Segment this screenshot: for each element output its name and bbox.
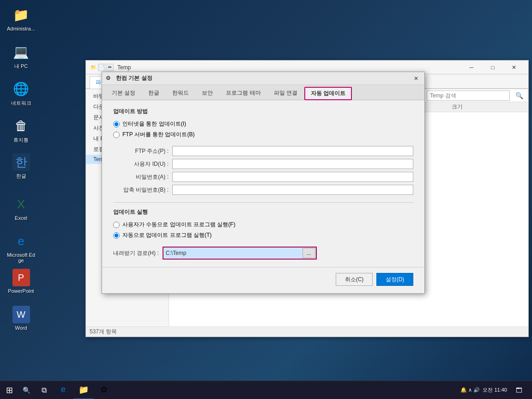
- tab-program-theme[interactable]: 프로그램 테마: [220, 87, 266, 100]
- confirm-password-label: 압축 비밀번호(B) :: [113, 186, 169, 194]
- desktop: 📁 Administra... 💻 내 PC 🌐 네트워크 🗑 휴지통 한 한글…: [0, 0, 532, 399]
- ftp-address-input[interactable]: [172, 146, 413, 156]
- tray-icons: 🔔 ∧ 🔊: [460, 387, 480, 393]
- col-size: 크기: [448, 103, 494, 111]
- password-label: 비밀번호(A) :: [113, 173, 169, 181]
- radio-manual-label[interactable]: 사용자가 수동으로 업데이트 프로그램 실행(F): [113, 221, 413, 229]
- time-display: 오전 11:40: [483, 387, 507, 393]
- browse-button[interactable]: ...: [302, 248, 315, 258]
- confirm-button[interactable]: 설정(D): [376, 273, 413, 286]
- tab-auto-update[interactable]: 자동 업데이트: [304, 87, 352, 100]
- dialog-title: 한컴 기본 설정: [116, 74, 411, 82]
- titlebar-icons: 📁 📄 ✏: [90, 64, 114, 71]
- radio-internet[interactable]: [113, 121, 120, 127]
- update-method-group: 인터넷을 통한 업데이트(I) FTP 서버를 통한 업데이트(B): [113, 120, 413, 139]
- password-input[interactable]: [172, 172, 413, 182]
- radio-internet-label[interactable]: 인터넷을 통한 업데이트(I): [113, 120, 413, 128]
- close-button[interactable]: ✕: [503, 60, 525, 74]
- recycle-icon: 🗑: [12, 116, 30, 135]
- radio-manual[interactable]: [113, 222, 120, 228]
- taskbar-search-button[interactable]: 🔍: [18, 381, 35, 399]
- window-controls: ─ □ ✕: [461, 60, 525, 74]
- confirm-password-input[interactable]: [172, 185, 413, 195]
- mypc-icon: 💻: [12, 42, 30, 61]
- status-text: 537개 항목: [90, 328, 117, 336]
- taskbar-app-edge[interactable]: e: [53, 381, 73, 399]
- task-view-icon: ⧉: [42, 386, 47, 394]
- radio-auto[interactable]: [113, 232, 120, 239]
- download-path-row: 내려받기 경로(H) : ...: [113, 247, 413, 260]
- search-icon: 🔍: [23, 387, 30, 394]
- mypc-label: 내 PC: [14, 63, 28, 70]
- taskbar-app-explorer[interactable]: 📁: [73, 381, 94, 399]
- desktop-icon-network[interactable]: 🌐 네트워크: [4, 78, 38, 109]
- tab-hangul[interactable]: 한글: [142, 87, 165, 100]
- radio-ftp[interactable]: [113, 132, 120, 138]
- administrator-icon: 📁: [12, 6, 30, 24]
- user-id-input[interactable]: [172, 159, 413, 169]
- desktop-icon-excel[interactable]: X Excel: [4, 193, 38, 223]
- powerpoint-icon: P: [12, 269, 30, 286]
- download-path-label: 내려받기 경로(H) :: [113, 249, 159, 257]
- dialog-icon: ⚙: [106, 75, 113, 82]
- taskbar-tray: 🔔 ∧ 🔊 오전 11:40 🗔: [457, 381, 532, 399]
- dialog-buttons: 취소(C) 설정(D): [102, 267, 424, 293]
- excel-icon: X: [12, 195, 30, 213]
- desktop-icon-powerpoint[interactable]: P PowerPoint: [4, 267, 38, 296]
- desktop-icon-recycle[interactable]: 🗑 휴지통: [4, 115, 38, 145]
- search-input[interactable]: [427, 91, 510, 101]
- section-update-method: 업데이트 방법: [113, 108, 413, 115]
- desktop-icon-hancom[interactable]: 한 한글: [4, 151, 38, 181]
- desktop-icon-administrator[interactable]: 📁 Administra...: [4, 4, 38, 33]
- minimize-button[interactable]: ─: [461, 60, 482, 74]
- user-id-label: 사용자 ID(U) :: [113, 160, 169, 168]
- section-update-run: 업데이트 실행: [113, 208, 413, 216]
- powerpoint-label: PowerPoint: [8, 288, 34, 294]
- radio-internet-text: 인터넷을 통한 업데이트(I): [122, 120, 186, 128]
- task-view-button[interactable]: ⧉: [35, 381, 53, 399]
- settings-taskbar-icon: ⚙: [100, 385, 108, 395]
- tab-hword[interactable]: 한워드: [166, 87, 195, 100]
- start-button[interactable]: ⊞: [0, 381, 18, 399]
- update-run-group: 사용자가 수동으로 업데이트 프로그램 실행(F) 자동으로 업데이트 프로그램…: [113, 221, 413, 239]
- hancom-dialog: ⚙ 한컴 기본 설정 ✕ 기본 설정 한글 한워드 보안 프로그램 테마 파일 …: [102, 72, 425, 294]
- radio-auto-label[interactable]: 자동으로 업데이트 프로그램 실행(T): [113, 231, 413, 239]
- word-label: Word: [15, 325, 27, 331]
- maximize-button[interactable]: □: [482, 60, 503, 74]
- desktop-icon-edge[interactable]: e Microsoft Edge: [4, 230, 38, 265]
- desktop-icon-mypc[interactable]: 💻 내 PC: [4, 41, 38, 72]
- ftp-address-label: FTP 주소(P) :: [113, 147, 169, 155]
- taskbar-clock[interactable]: 오전 11:40: [483, 387, 507, 393]
- taskbar-apps: e 📁 ⚙: [53, 381, 457, 399]
- administrator-label: Administra...: [7, 26, 35, 31]
- ftp-form: FTP 주소(P) : 사용자 ID(U) : 비밀번호(A) : 압축 비밀번…: [113, 146, 413, 195]
- status-bar: 537개 항목: [86, 326, 528, 337]
- start-icon: ⊞: [6, 385, 13, 395]
- tab-file-connect[interactable]: 파일 연결: [268, 87, 303, 100]
- network-icon: 🌐: [12, 79, 30, 98]
- cancel-button[interactable]: 취소(C): [336, 273, 373, 286]
- excel-label: Excel: [15, 215, 27, 221]
- desktop-icon-word[interactable]: W Word: [4, 304, 38, 332]
- dialog-content: 업데이트 방법 인터넷을 통한 업데이트(I) FTP 서버를 통한 업데이트(…: [102, 100, 424, 267]
- tab-basic-settings[interactable]: 기본 설정: [106, 87, 141, 100]
- taskbar-app-settings[interactable]: ⚙: [94, 381, 114, 399]
- titlebar-icon-folder: 📁: [90, 64, 97, 71]
- hancom-label: 한글: [16, 173, 26, 180]
- notification-icon: 🗔: [516, 387, 522, 394]
- notification-button[interactable]: 🗔: [510, 381, 528, 399]
- radio-ftp-label[interactable]: FTP 서버를 통한 업데이트(B): [113, 131, 413, 139]
- titlebar-icon-rename[interactable]: ✏: [106, 64, 114, 71]
- hancom-icon: 한: [12, 153, 30, 171]
- titlebar-icon-new[interactable]: 📄: [98, 64, 105, 71]
- download-path-container: ...: [163, 247, 317, 260]
- dialog-titlebar: ⚙ 한컴 기본 설정 ✕: [102, 72, 424, 85]
- window-title: Temp: [117, 64, 461, 71]
- radio-manual-text: 사용자가 수동으로 업데이트 프로그램 실행(F): [122, 221, 236, 229]
- dialog-tabs: 기본 설정 한글 한워드 보안 프로그램 테마 파일 연결 자동 업데이트: [102, 85, 424, 100]
- download-path-input[interactable]: [164, 248, 302, 258]
- dialog-close-button[interactable]: ✕: [411, 74, 421, 83]
- tab-security[interactable]: 보안: [196, 87, 219, 100]
- radio-auto-text: 자동으로 업데이트 프로그램 실행(T): [122, 231, 212, 239]
- search-button[interactable]: 🔍: [514, 90, 525, 101]
